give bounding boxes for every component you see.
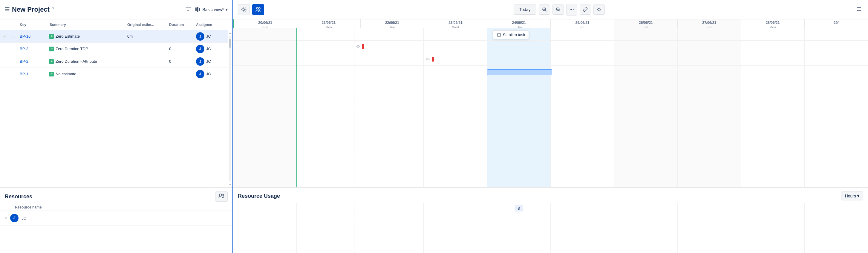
svg-point-8 [256, 7, 258, 9]
day-label-5: Thu [487, 25, 550, 28]
scroll-track[interactable] [229, 36, 231, 182]
diamond-button[interactable] [593, 4, 605, 14]
key-link[interactable]: BP-16 [20, 34, 30, 38]
scroll-to-task-label: Scroll to task [503, 33, 525, 37]
key-link[interactable]: BP-1 [20, 72, 28, 76]
task-row4-bar[interactable] [487, 69, 552, 75]
resource-usage-title: Resource Usage [238, 193, 280, 199]
assignee-cell: J JC [194, 57, 228, 66]
gantt-row-line-1 [233, 28, 868, 41]
svg-point-9 [258, 7, 260, 9]
task-row2-milestone [355, 43, 364, 50]
row-key[interactable]: BP-1 [18, 72, 48, 76]
row-key[interactable]: BP-3 [18, 46, 48, 51]
col-duration: Duration [167, 23, 194, 27]
assignee-name: JC [206, 72, 211, 76]
issue-type-icon: ↗ [49, 34, 54, 39]
day-label-8: Sun [678, 25, 741, 28]
day-label-1: Sun [234, 25, 297, 28]
left-panel: ☰ New Project ˅ Basic view* ▾ [0, 0, 233, 253]
gantt-body: Scroll to task [233, 28, 868, 187]
view-chevron-icon: ▾ [225, 7, 228, 12]
avatar: J [196, 57, 205, 66]
date-label-1: 20/06/21 [234, 20, 297, 25]
date-label-8: 27/06/21 [678, 20, 741, 25]
date-label-9: 28/06/21 [741, 20, 804, 25]
project-chevron-icon[interactable]: ˅ [52, 7, 54, 12]
view-button[interactable]: Basic view* ▾ [195, 7, 228, 13]
scroll-up-arrow[interactable]: ▲ [228, 31, 231, 35]
date-col-2: 21/06/21 Mon [297, 20, 360, 28]
table-row[interactable]: BP-2 ↗ Zero Duration - Attribute 0 J JC [0, 55, 228, 68]
more-button[interactable]: ··· [566, 4, 577, 15]
today-button[interactable]: Today [514, 4, 536, 14]
assignee-cell: J JC [194, 32, 228, 41]
assignee-name: JC [206, 46, 211, 51]
table-row[interactable]: ⠿ BP-16 ↗ Zero Estimate 0m J JC [0, 30, 228, 43]
top-bar-right: Basic view* ▾ [184, 4, 228, 14]
table-scroll-area: ⠿ BP-16 ↗ Zero Estimate 0m J JC [0, 30, 232, 187]
summary-cell: ↗ Zero Estimate [48, 34, 125, 39]
date-col-5: 24/06/21 Thu [487, 20, 551, 28]
settings-button[interactable] [238, 4, 250, 15]
original-estimate-cell: 0m [125, 34, 167, 38]
list-view-button[interactable] [854, 4, 863, 15]
drag-handle[interactable]: ⠿ [9, 34, 18, 39]
zoom-out-button[interactable] [553, 4, 564, 14]
day-label-4: Wed [424, 25, 487, 28]
day-label-2: Mon [297, 25, 360, 28]
svg-point-4 [222, 194, 224, 196]
gantt-row-line-3 [233, 53, 868, 66]
summary-text: Zero Duration TDP [56, 46, 88, 51]
main-container: ☰ New Project ˅ Basic view* ▾ [0, 0, 868, 253]
svg-rect-2 [199, 8, 200, 11]
avatar: J [196, 45, 205, 53]
scroll-down-arrow[interactable]: ▼ [228, 183, 231, 186]
hours-dropdown-button[interactable]: Hours ▾ [841, 191, 863, 200]
summary-text: No estimate [56, 72, 76, 76]
table-row[interactable]: BP-3 ↗ Zero Duration TDP 0 J JC [0, 43, 228, 55]
filter-button[interactable] [184, 4, 193, 14]
resource-avatar: J [10, 214, 19, 222]
link-button[interactable] [580, 4, 591, 14]
usage-grid-inner: 8 [233, 203, 868, 253]
date-col-1: 20/06/21 Sun [233, 20, 297, 28]
date-row-top: 20/06/21 Sun 21/06/21 Mon 22/06/21 Tue 2… [233, 20, 868, 28]
resources-title: Resources [5, 194, 32, 200]
usage-col-3 [360, 203, 424, 253]
date-label-3: 22/06/21 [361, 20, 424, 25]
issue-type-icon: ↗ [49, 72, 54, 76]
resources-header: Resources [0, 188, 232, 204]
date-label-6: 25/06/21 [551, 20, 614, 25]
usage-col-1 [233, 203, 297, 253]
key-link[interactable]: BP-3 [20, 46, 28, 51]
row-key[interactable]: BP-16 [18, 34, 48, 38]
issue-type-icon: ↗ [49, 59, 54, 64]
vertical-scrollbar[interactable]: ▲ ▼ [228, 30, 232, 187]
date-col-9: 28/06/21 Mon [741, 20, 804, 28]
date-col-8: 27/06/21 Sun [678, 20, 741, 28]
scroll-thumb[interactable] [229, 39, 231, 48]
gantt-center: Today ··· [514, 4, 604, 15]
usage-col-2 [297, 203, 360, 253]
resources-panel: Resources Resource name J JC [0, 187, 232, 253]
hours-chevron-icon: ▾ [857, 194, 859, 198]
people-view-button[interactable] [252, 4, 264, 15]
date-col-6: 25/06/21 Fri [551, 20, 614, 28]
summary-cell: ↗ Zero Duration TDP [48, 46, 125, 52]
manage-resources-button[interactable] [215, 191, 228, 201]
gantt-toolbar-right [854, 4, 863, 15]
date-col-4: 23/06/21 Wed [424, 20, 487, 28]
row-key[interactable]: BP-2 [18, 59, 48, 64]
duration-cell: 0 [167, 59, 194, 64]
svg-point-3 [219, 194, 222, 196]
usage-col-10 [805, 203, 868, 253]
resource-dot [5, 217, 7, 219]
table-row[interactable]: BP-1 ↗ No estimate J JC [0, 68, 228, 81]
key-link[interactable]: BP-2 [20, 59, 28, 64]
scroll-to-task-tooltip[interactable]: Scroll to task [493, 30, 529, 39]
gantt-row-line-2 [233, 41, 868, 53]
svg-point-7 [243, 9, 245, 10]
zoom-in-button[interactable] [539, 4, 550, 14]
resource-row[interactable]: J JC [0, 211, 232, 225]
